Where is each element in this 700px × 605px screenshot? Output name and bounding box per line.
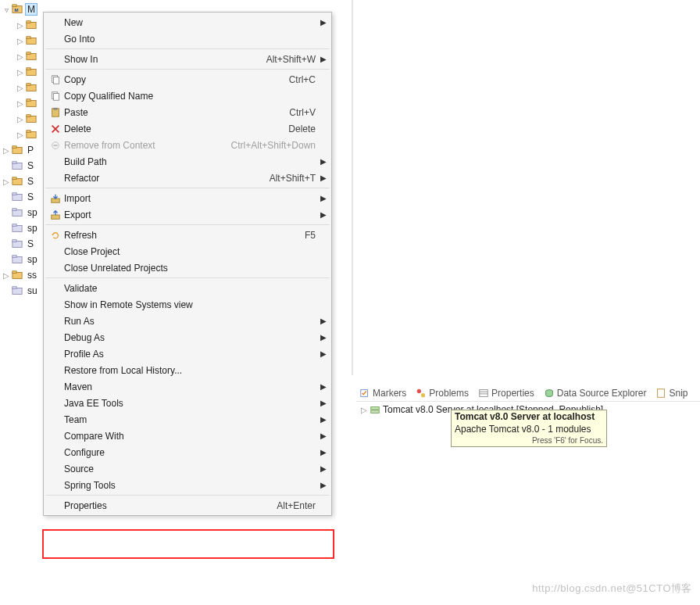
menu-separator (45, 188, 330, 188)
menu-item-accelerator: Alt+Enter (277, 500, 319, 511)
tree-item-label: S (25, 159, 36, 172)
submenu-arrow-icon: ▶ (319, 415, 327, 424)
expand-arrow-icon[interactable]: ▷ (16, 131, 25, 139)
tab-problems[interactable]: Problems (412, 386, 472, 400)
expand-arrow-icon[interactable]: ▷ (16, 115, 25, 124)
menu-item-close-project[interactable]: Close Project (44, 243, 331, 260)
menu-item-delete[interactable]: DeleteDelete (44, 120, 331, 137)
vertical-sash[interactable] (352, 0, 353, 375)
menu-item-refactor[interactable]: RefactorAlt+Shift+T▶ (44, 170, 331, 186)
svg-rect-52 (480, 389, 488, 396)
properties-highlight-box (42, 529, 334, 559)
menu-item-spring-tools[interactable]: Spring Tools▶ (44, 477, 331, 493)
tree-item-label: ss (25, 269, 39, 281)
menu-separator (45, 277, 330, 278)
menu-separator (45, 48, 330, 49)
menu-item-label: Go Into (64, 34, 316, 45)
menu-item-show-in-remote-systems-view[interactable]: Show in Remote Systems view (44, 296, 331, 313)
menu-item-validate[interactable]: Validate (44, 280, 331, 296)
svg-rect-8 (27, 52, 30, 55)
menu-item-new[interactable]: New▶ (44, 14, 331, 30)
expand-arrow-icon[interactable]: ▷ (16, 68, 25, 77)
menu-item-label: Copy Qualified Name (64, 91, 316, 102)
project-root-label: M (25, 3, 38, 16)
svg-rect-36 (12, 271, 16, 274)
menu-item-accelerator: F5 (305, 230, 319, 241)
menu-item-build-path[interactable]: Build Path▶ (44, 153, 331, 170)
tab-snippets[interactable]: Snip (652, 386, 691, 400)
menu-item-configure[interactable]: Configure▶ (44, 444, 331, 460)
folder-icon (11, 253, 23, 266)
tree-item-label: sp (25, 206, 40, 219)
menu-item-close-unrelated-projects[interactable]: Close Unrelated Projects (44, 260, 331, 276)
menu-item-go-into[interactable]: Go Into (44, 30, 331, 47)
svg-rect-38 (12, 287, 16, 289)
expand-arrow-icon[interactable]: ▷ (2, 146, 11, 155)
maven-project-icon: M (11, 3, 23, 16)
folder-icon (11, 144, 23, 156)
menu-item-label: New (64, 17, 316, 28)
expand-arrow-icon[interactable]: ▷ (2, 271, 11, 280)
menu-item-compare-with[interactable]: Compare With▶ (44, 428, 331, 444)
tab-markers[interactable]: Markers (356, 386, 409, 400)
expand-arrow-icon[interactable]: ▷ (16, 99, 25, 108)
menu-item-label: Validate (64, 283, 316, 294)
expand-arrow-icon[interactable]: ▷ (359, 406, 369, 414)
menu-item-properties[interactable]: PropertiesAlt+Enter (44, 497, 331, 514)
menu-item-export[interactable]: Export▶ (44, 206, 331, 223)
refresh-icon (47, 230, 64, 241)
export-icon (47, 209, 64, 220)
svg-rect-14 (27, 99, 30, 102)
menu-item-team[interactable]: Team▶ (44, 411, 331, 428)
folder-icon (11, 191, 23, 203)
menu-item-restore-from-local-history[interactable]: Restore from Local History... (44, 362, 331, 378)
expand-arrow-icon[interactable]: ▷ (16, 21, 25, 30)
menu-item-accelerator: Ctrl+C (289, 74, 319, 85)
tab-properties[interactable]: Properties (475, 386, 538, 400)
menu-item-run-as[interactable]: Run As▶ (44, 313, 331, 329)
menu-item-source[interactable]: Source▶ (44, 460, 331, 477)
menu-item-label: Build Path (64, 156, 316, 167)
svg-rect-44 (53, 107, 57, 109)
folder-icon (11, 159, 23, 172)
menu-item-import[interactable]: Import▶ (44, 190, 331, 206)
submenu-arrow-icon: ▶ (319, 399, 327, 407)
submenu-arrow-icon: ▶ (319, 349, 327, 358)
submenu-arrow-icon: ▶ (319, 18, 327, 27)
expand-arrow-icon[interactable]: ▷ (16, 52, 25, 61)
submenu-arrow-icon: ▶ (319, 174, 327, 182)
menu-item-refresh[interactable]: RefreshF5 (44, 227, 331, 243)
menu-item-debug-as[interactable]: Debug As▶ (44, 329, 331, 345)
menu-item-remove-from-context: Remove from ContextCtrl+Alt+Shift+Down (44, 137, 331, 153)
menu-item-label: Team (64, 414, 316, 425)
menu-item-paste[interactable]: PasteCtrl+V (44, 104, 331, 120)
context-menu[interactable]: New▶Go IntoShow InAlt+Shift+W▶CopyCtrl+C… (43, 12, 332, 516)
menu-item-copy[interactable]: CopyCtrl+C (44, 71, 331, 88)
folder-icon (25, 66, 38, 78)
expand-arrow-icon[interactable]: ▷ (16, 37, 25, 45)
folder-icon (25, 97, 38, 109)
tree-item-label: S (25, 175, 36, 188)
folder-icon (25, 50, 38, 63)
svg-rect-24 (12, 177, 16, 180)
expand-arrow-icon[interactable]: ▷ (2, 177, 11, 186)
menu-item-maven[interactable]: Maven▶ (44, 378, 331, 395)
svg-rect-18 (27, 131, 30, 133)
submenu-arrow-icon: ▶ (319, 431, 327, 440)
submenu-arrow-icon: ▶ (319, 317, 327, 325)
copy-icon (47, 74, 64, 85)
menu-item-show-in[interactable]: Show InAlt+Shift+W▶ (44, 51, 331, 67)
menu-item-label: Import (64, 193, 316, 204)
tab-label: Data Source Explorer (557, 388, 647, 399)
svg-rect-30 (12, 224, 16, 227)
expand-arrow-icon[interactable]: ▿ (2, 5, 11, 14)
expand-arrow-icon[interactable]: ▷ (16, 84, 25, 92)
menu-item-label: Refactor (64, 173, 270, 184)
tab-data-source-explorer[interactable]: Data Source Explorer (541, 386, 650, 400)
menu-item-java-ee-tools[interactable]: Java EE Tools▶ (44, 395, 331, 411)
menu-item-accelerator: Alt+Shift+T (270, 173, 319, 184)
menu-item-label: Run As (64, 316, 316, 327)
menu-item-profile-as[interactable]: Profile As▶ (44, 345, 331, 362)
menu-item-copy-qualified-name[interactable]: Copy Qualified Name (44, 88, 331, 104)
folder-icon (11, 206, 23, 219)
